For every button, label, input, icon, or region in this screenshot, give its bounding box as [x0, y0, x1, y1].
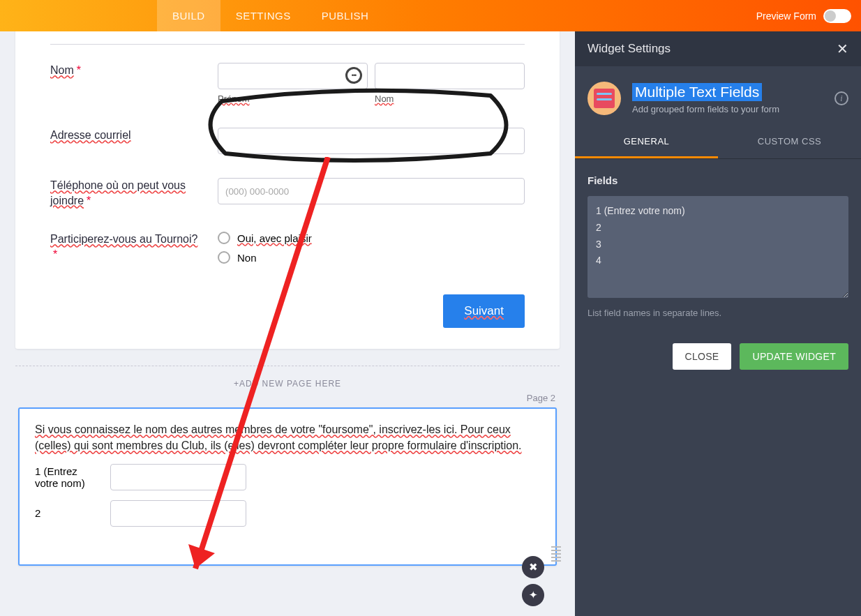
radio-no-label: Non — [237, 252, 257, 264]
widget-type-icon — [587, 82, 621, 115]
foursome-instructions: Si vous connaissez le nom des autres mem… — [35, 423, 522, 451]
shuffle-fab-icon[interactable]: ✖ — [522, 556, 544, 578]
widget-field-1-input[interactable] — [110, 464, 246, 490]
preview-form-toggle[interactable] — [823, 9, 851, 23]
top-navbar: BUILD SETTINGS PUBLISH Preview Form — [0, 0, 861, 31]
password-manager-icon[interactable] — [345, 67, 362, 84]
email-label: Adresse courriel — [50, 129, 131, 141]
phone-label-line1: Téléphone où on peut vous — [50, 179, 186, 191]
magic-wand-fab-icon[interactable]: ✦ — [522, 584, 544, 606]
add-new-page[interactable]: +ADD NEW PAGE HERE — [15, 366, 560, 389]
fields-help-text: List field names in separate lines. — [587, 308, 848, 318]
form-canvas: Nom* Prénom Nom — [0, 31, 575, 616]
participate-label: Participerez-vous au Tournoi? — [50, 233, 197, 245]
page-indicator: Page 2 — [15, 393, 555, 403]
update-widget-button[interactable]: UPDATE WIDGET — [740, 343, 848, 370]
fields-label: Fields — [587, 174, 848, 186]
close-icon[interactable]: ✕ — [837, 40, 848, 57]
fields-textarea[interactable] — [587, 196, 848, 298]
tab-publish[interactable]: PUBLISH — [306, 0, 384, 31]
widget-description: Add grouped form fields to your form — [632, 104, 779, 114]
phone-label-line2: joindre — [50, 195, 84, 206]
radio-yes-label: Oui, avec plaisir — [237, 232, 312, 244]
tab-general[interactable]: GENERAL — [575, 126, 718, 158]
phone-input[interactable] — [218, 178, 525, 204]
selected-widget-block[interactable]: Si vous connaissez le nom des autres mem… — [18, 407, 557, 565]
radio-no[interactable] — [218, 251, 230, 264]
widget-settings-panel: Widget Settings ✕ Multiple Text Fields A… — [575, 31, 861, 616]
sidebar-title: Widget Settings — [587, 42, 671, 56]
first-name-sublabel: Prénom — [218, 93, 368, 104]
preview-form-label: Preview Form — [756, 10, 816, 22]
widget-field-2-label: 2 — [35, 507, 100, 519]
email-input[interactable] — [218, 128, 525, 154]
reorder-handle-icon[interactable] — [551, 546, 561, 562]
name-label: Nom — [50, 64, 74, 76]
tab-build[interactable]: BUILD — [157, 0, 220, 31]
last-name-input[interactable] — [375, 63, 525, 89]
widget-field-2-input[interactable] — [110, 500, 246, 527]
radio-yes[interactable] — [218, 232, 230, 244]
last-name-sublabel: Nom — [375, 93, 525, 104]
info-icon[interactable]: i — [834, 91, 848, 105]
widget-name[interactable]: Multiple Text Fields — [632, 83, 762, 101]
next-button[interactable]: Suivant — [443, 294, 525, 328]
close-button[interactable]: CLOSE — [673, 343, 732, 370]
widget-field-1-label: 1 (Entrez votre nom) — [35, 465, 100, 489]
tab-settings[interactable]: SETTINGS — [220, 0, 306, 31]
tab-custom-css[interactable]: CUSTOM CSS — [718, 126, 861, 158]
